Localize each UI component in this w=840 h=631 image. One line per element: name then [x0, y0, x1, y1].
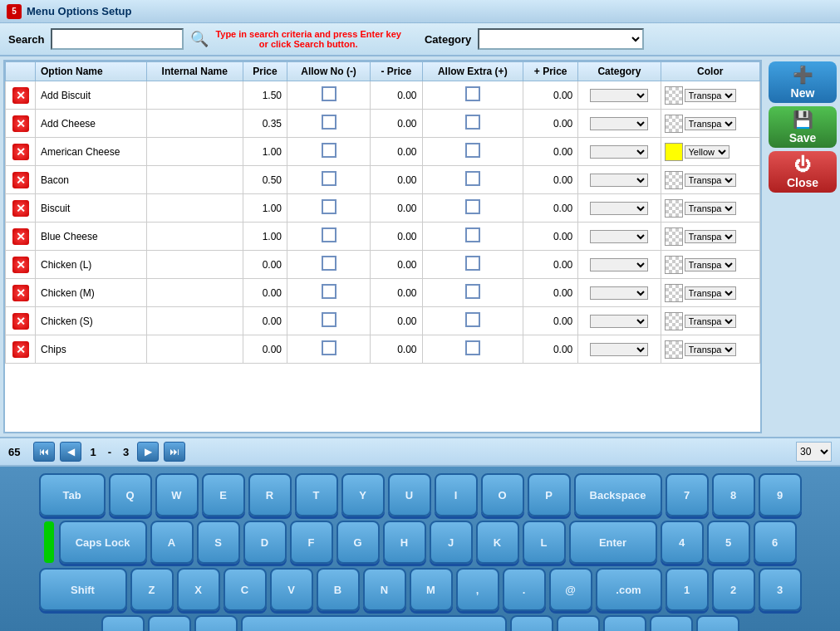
key-b[interactable]: B: [317, 568, 360, 611]
color-dropdown[interactable]: Transpa Yellow Red Green Blue: [685, 174, 736, 187]
key-plus[interactable]: +: [603, 615, 646, 631]
delete-button[interactable]: ✕: [12, 86, 30, 105]
key-a[interactable]: A: [150, 521, 194, 564]
color-dropdown[interactable]: Transpa Yellow Red Green Blue: [685, 315, 736, 328]
key-k[interactable]: K: [476, 521, 519, 564]
key-dollar[interactable]: $: [194, 615, 238, 631]
key-v[interactable]: V: [270, 568, 313, 611]
search-input[interactable]: [51, 28, 184, 50]
per-page-select[interactable]: 30 50 100: [796, 442, 832, 462]
category-dropdown[interactable]: [590, 258, 648, 271]
category-dropdown[interactable]: [590, 202, 648, 215]
category-dropdown[interactable]: [590, 89, 648, 102]
category-dropdown[interactable]: [590, 117, 648, 130]
delete-button[interactable]: ✕: [12, 199, 30, 218]
key-m[interactable]: M: [410, 568, 453, 611]
key-o[interactable]: O: [481, 473, 524, 516]
key-0[interactable]: 0: [650, 615, 693, 631]
category-dropdown[interactable]: [590, 230, 648, 243]
search-button[interactable]: 🔍: [190, 30, 209, 48]
delete-button[interactable]: ✕: [12, 340, 30, 359]
allow-extra-checkbox[interactable]: [465, 86, 480, 101]
allow-extra-checkbox[interactable]: [465, 256, 480, 271]
category-dropdown[interactable]: [590, 343, 648, 356]
key-n[interactable]: N: [363, 568, 406, 611]
color-dropdown[interactable]: Transpa Yellow Red Green Blue: [685, 343, 736, 356]
key-4[interactable]: 4: [661, 521, 704, 564]
key-space[interactable]: Space: [241, 615, 507, 631]
allow-extra-checkbox[interactable]: [465, 312, 480, 327]
key-l[interactable]: L: [523, 521, 566, 564]
key-8[interactable]: 8: [712, 473, 755, 516]
key-p[interactable]: P: [528, 473, 571, 516]
allow-extra-checkbox[interactable]: [465, 171, 480, 186]
allow-no-checkbox[interactable]: [322, 256, 336, 271]
allow-extra-checkbox[interactable]: [465, 115, 480, 130]
key-at[interactable]: @: [549, 568, 592, 611]
category-dropdown[interactable]: [590, 315, 648, 328]
key-9[interactable]: 9: [759, 473, 802, 516]
color-dropdown[interactable]: Transpa Yellow Red Green Blue: [685, 202, 736, 215]
allow-no-checkbox[interactable]: [322, 340, 336, 355]
key-minus[interactable]: -: [510, 615, 553, 631]
delete-button[interactable]: ✕: [12, 256, 30, 274]
key-6[interactable]: 6: [754, 521, 797, 564]
key-z[interactable]: Z: [130, 568, 174, 611]
allow-no-checkbox[interactable]: [322, 115, 336, 130]
category-dropdown[interactable]: [590, 145, 648, 159]
key-w[interactable]: W: [155, 473, 199, 516]
key-comma[interactable]: ,: [456, 568, 499, 611]
key-e[interactable]: E: [202, 473, 245, 516]
key-7[interactable]: 7: [666, 473, 709, 516]
allow-extra-checkbox[interactable]: [465, 340, 480, 355]
key-enter[interactable]: Enter: [569, 521, 657, 564]
key-period[interactable]: .: [503, 568, 546, 611]
key-s[interactable]: S: [197, 521, 240, 564]
key-u[interactable]: U: [388, 473, 431, 516]
key-2[interactable]: 2: [712, 568, 755, 611]
key-c[interactable]: C: [224, 568, 267, 611]
key-i[interactable]: I: [435, 473, 478, 516]
delete-button[interactable]: ✕: [12, 284, 30, 302]
key-h[interactable]: H: [383, 521, 426, 564]
allow-no-checkbox[interactable]: [322, 86, 336, 101]
category-select[interactable]: [478, 28, 644, 50]
category-dropdown[interactable]: [590, 286, 648, 300]
key-shift[interactable]: Shift: [39, 568, 127, 611]
key-j[interactable]: J: [430, 521, 473, 564]
allow-no-checkbox[interactable]: [322, 284, 336, 299]
key-5[interactable]: 5: [707, 521, 750, 564]
key-t[interactable]: T: [295, 473, 338, 516]
color-dropdown[interactable]: Transpa Yellow Red Green Blue: [685, 117, 736, 130]
key-caps-lock[interactable]: Caps Lock: [59, 521, 147, 564]
delete-button[interactable]: ✕: [12, 143, 30, 161]
key-f[interactable]: F: [290, 521, 333, 564]
allow-extra-checkbox[interactable]: [465, 284, 480, 299]
key-q[interactable]: Q: [109, 473, 152, 516]
key-3[interactable]: 3: [759, 568, 802, 611]
delete-button[interactable]: ✕: [12, 171, 30, 189]
allow-extra-checkbox[interactable]: [465, 199, 480, 214]
color-dropdown[interactable]: Transpa Yellow Red Green Blue: [685, 89, 736, 102]
allow-no-checkbox[interactable]: [322, 143, 336, 158]
delete-button[interactable]: ✕: [12, 115, 30, 133]
key-asterisk[interactable]: *: [557, 615, 600, 631]
key-r[interactable]: R: [248, 473, 292, 516]
color-dropdown[interactable]: Yellow Yellow Red Green Blue: [685, 145, 729, 159]
key-dot[interactable]: .: [696, 615, 739, 631]
key-x[interactable]: X: [177, 568, 220, 611]
delete-button[interactable]: ✕: [12, 227, 30, 246]
allow-no-checkbox[interactable]: [322, 171, 336, 186]
allow-no-checkbox[interactable]: [322, 312, 336, 327]
allow-extra-checkbox[interactable]: [465, 227, 480, 242]
key-percent[interactable]: %: [101, 615, 145, 631]
color-dropdown[interactable]: Transpa Yellow Red Green Blue: [685, 258, 736, 271]
key-dotcom[interactable]: .com: [596, 568, 662, 611]
close-button[interactable]: ⏻ Close: [769, 151, 837, 193]
allow-no-checkbox[interactable]: [322, 227, 336, 242]
last-page-button[interactable]: ⏭: [164, 442, 185, 462]
save-button[interactable]: 💾 Save: [769, 106, 837, 148]
color-dropdown[interactable]: Transpa Yellow Red Green Blue: [685, 286, 736, 300]
prev-page-button[interactable]: ◀: [60, 442, 81, 462]
first-page-button[interactable]: ⏮: [33, 442, 55, 462]
